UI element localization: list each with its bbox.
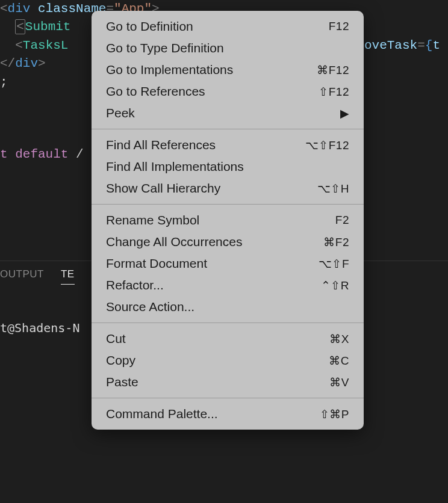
menu-separator [92,398,364,398]
menu-item-source-action[interactable]: Source Action... [92,296,364,318]
menu-item-shortcut: ⌘F12 [317,63,349,77]
menu-item-shortcut: ⌘C [329,354,349,368]
menu-item-shortcut: ⌥⇧H [317,182,349,196]
tab-output[interactable]: OUTPUT [0,268,44,285]
menu-item-label: Go to Type Definition [106,41,224,55]
menu-item-label: Go to Implementations [106,63,233,77]
menu-item-copy[interactable]: Copy⌘C [92,350,364,371]
menu-separator [92,204,364,205]
menu-item-cut[interactable]: Cut⌘X [92,328,364,350]
menu-item-find-all-implementations[interactable]: Find All Implementations [92,156,364,177]
menu-item-label: Find All References [106,138,216,152]
jsx-brace: { [425,39,433,52]
keyword: t default [0,147,76,161]
menu-item-shortcut: ⇧⌘P [320,407,349,421]
menu-item-shortcut: ⌥⇧F12 [305,138,349,152]
menu-separator [92,322,364,323]
submenu-arrow-icon: ▶ [340,106,350,120]
menu-item-go-to-definition[interactable]: Go to DefinitionF12 [92,16,364,37]
menu-item-label: Source Action... [106,300,194,314]
angle-bracket: </ [0,57,15,70]
html-tag: div [15,57,38,70]
component-name: Submit [25,20,71,34]
menu-item-shortcut: F12 [329,20,349,33]
equals: = [417,39,425,52]
menu-item-go-to-implementations[interactable]: Go to Implementations⌘F12 [92,59,364,81]
menu-item-label: Cut [106,332,126,346]
menu-item-label: Peek [106,106,135,120]
tab-terminal[interactable]: TE [61,268,75,285]
menu-item-shortcut: F2 [335,214,349,227]
menu-item-label: Go to Definition [106,19,193,34]
attr-name: oveTask [364,39,417,52]
menu-item-shortcut: ⌥⇧F [319,257,349,271]
menu-item-find-all-references[interactable]: Find All References⌥⇧F12 [92,134,364,156]
text: / [76,147,84,161]
menu-item-label: Change All Occurrences [106,235,242,249]
angle-bracket: < [16,20,24,34]
menu-item-shortcut: ⇧F12 [319,85,349,99]
angle-bracket: < [15,39,23,52]
angle-bracket: > [38,57,46,70]
menu-item-label: Rename Symbol [106,213,199,227]
menu-item-refactor[interactable]: Refactor...⌃⇧R [92,274,364,296]
html-tag: div [8,2,31,16]
menu-item-rename-symbol[interactable]: Rename SymbolF2 [92,209,364,231]
menu-item-shortcut: ⌃⇧R [321,279,349,292]
menu-item-shortcut: ⌘F2 [323,235,349,249]
menu-item-shortcut: ⌘X [329,332,349,346]
menu-item-go-to-type-definition[interactable]: Go to Type Definition [92,37,364,59]
menu-item-change-all-occurrences[interactable]: Change All Occurrences⌘F2 [92,231,364,253]
context-menu: Go to DefinitionF12Go to Type Definition… [92,11,364,430]
menu-item-paste[interactable]: Paste⌘V [92,371,364,393]
menu-item-command-palette[interactable]: Command Palette...⇧⌘P [92,403,364,425]
menu-item-label: Find All Implementations [106,159,244,174]
menu-item-label: Copy [106,353,135,368]
menu-item-label: Go to References [106,84,205,99]
menu-item-label: Paste [106,375,138,389]
menu-item-peek[interactable]: Peek▶ [92,102,364,124]
menu-item-label: Command Palette... [106,407,218,421]
menu-item-label: Show Call Hierarchy [106,181,220,196]
menu-item-label: Refactor... [106,278,164,292]
menu-item-format-document[interactable]: Format Document⌥⇧F [92,253,364,274]
angle-bracket: < [0,2,8,16]
component-name: TasksL [23,39,69,52]
variable: t [432,39,440,52]
menu-separator [92,129,364,129]
menu-item-go-to-references[interactable]: Go to References⇧F12 [92,81,364,102]
menu-item-shortcut: ⌘V [329,375,349,389]
menu-item-show-call-hierarchy[interactable]: Show Call Hierarchy⌥⇧H [92,177,364,199]
menu-item-label: Format Document [106,256,207,271]
